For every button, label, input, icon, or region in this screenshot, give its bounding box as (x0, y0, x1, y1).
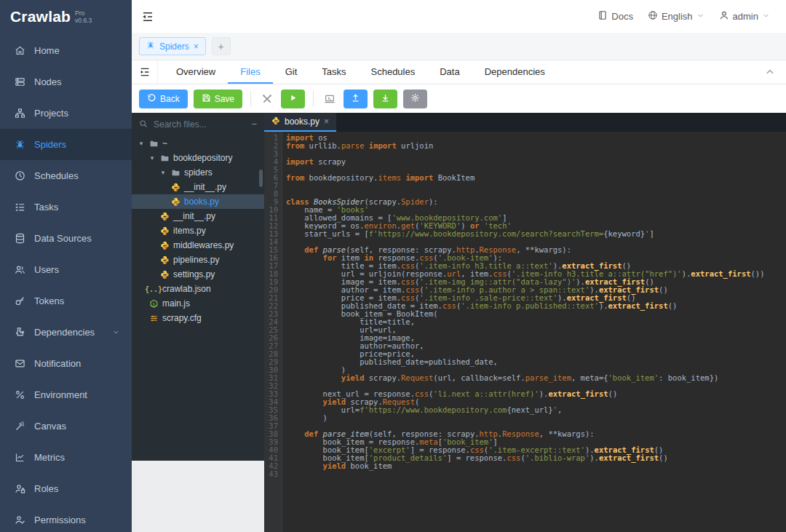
sidebar-item-label: Permissions (34, 515, 86, 525)
tree-item-scrapy-cfg[interactable]: scrapy.cfg (132, 311, 264, 325)
sidebar-item-users[interactable]: Users (0, 254, 132, 285)
upload-icon (351, 93, 360, 105)
sidebar-item-projects[interactable]: Projects (0, 98, 132, 129)
language-selector[interactable]: English (648, 10, 704, 23)
node-icon (148, 298, 159, 309)
user-icon (719, 10, 729, 23)
sidebar-fold-icon[interactable] (140, 9, 156, 25)
tree-item-middlewares-py[interactable]: middlewares.py (132, 238, 264, 253)
tree-item--init-py[interactable]: __init__.py (132, 209, 264, 223)
tree-item-bookdepository[interactable]: ▾bookdepository (132, 151, 264, 165)
collapse-panel-icon[interactable] (754, 60, 786, 84)
tree-item-crawlab-json[interactable]: {..}crawlab.json (132, 282, 264, 296)
tree-item-spiders[interactable]: ▾spiders (132, 165, 264, 180)
section-nav: OverviewFilesGitTasksSchedulesDataDepend… (132, 60, 786, 84)
tab-files[interactable]: Files (228, 60, 272, 84)
editor-tab-label: books.py (285, 116, 319, 127)
main-area: Docs English admin Spiders × (132, 0, 786, 532)
code-line: url=f'https://www.bookdepository.com{nex… (286, 406, 786, 414)
caret-down-icon[interactable]: ▾ (138, 140, 145, 147)
tree-item-label: books.py (184, 196, 219, 207)
code-line: from urllib.parse import urljoin (286, 142, 786, 150)
back-button[interactable]: Back (139, 90, 188, 108)
sidebar-item-canvas[interactable]: Canvas (0, 410, 132, 442)
code-line: yield scrapy.Request(url, callback=self.… (286, 374, 786, 382)
sidebar-item-label: Metrics (34, 452, 65, 463)
download-icon (381, 93, 390, 105)
sidebar-item-label: Tokens (34, 295, 64, 306)
chevron-down-icon (762, 11, 770, 22)
settings-button[interactable] (403, 90, 427, 108)
tree-item-label: ~ (162, 138, 167, 148)
close-icon[interactable]: × (194, 42, 199, 51)
sidebar-item-spiders[interactable]: Spiders (0, 129, 132, 160)
envelope-icon (14, 358, 25, 370)
tree-item-label: items.py (173, 226, 206, 236)
sidebar-item-metrics[interactable]: Metrics (0, 442, 132, 473)
percent-icon (14, 389, 25, 401)
code-line (286, 182, 786, 190)
sidebar-item-permissions[interactable]: Permissions (0, 504, 132, 532)
sidebar-item-tasks[interactable]: Tasks (0, 191, 132, 223)
python-icon (159, 226, 170, 236)
docs-link[interactable]: Docs (598, 10, 633, 23)
sidebar: Crawlab Pro v0.6.3 HomeNodesProjectsSpid… (0, 0, 132, 532)
folder-icon (148, 138, 159, 148)
tree-item-main-js[interactable]: main.js (132, 296, 264, 311)
save-button[interactable]: Save (194, 90, 242, 108)
tree-item-items-py[interactable]: items.py (132, 223, 264, 238)
undo-icon (147, 93, 156, 105)
sitemap-icon (14, 108, 25, 119)
tab-overview[interactable]: Overview (164, 60, 228, 84)
tree-item--init-py[interactable]: __init__.py (132, 180, 264, 194)
add-tab-button[interactable]: + (212, 37, 231, 55)
files-content: − ▾~▾bookdepository▾spiders__init__.pybo… (132, 113, 786, 532)
editor-tab-books-py[interactable]: books.py × (264, 113, 336, 132)
sidebar-item-notification[interactable]: Notification (0, 348, 132, 379)
tree-item--[interactable]: ▾~ (132, 136, 264, 151)
sidebar-item-roles[interactable]: Roles (0, 473, 132, 504)
sidebar-item-schedules[interactable]: Schedules (0, 160, 132, 191)
sidebar-item-home[interactable]: Home (0, 35, 132, 66)
user-menu[interactable]: admin (719, 10, 770, 23)
sidebar-item-dependencies[interactable]: Dependencies (0, 317, 132, 348)
route-tab-spiders[interactable]: Spiders × (139, 37, 206, 55)
sidebar-item-nodes[interactable]: Nodes (0, 66, 132, 98)
tree-item-label: middlewares.py (173, 240, 234, 250)
tree-item-settings-py[interactable]: settings.py (132, 267, 264, 282)
editor-body[interactable]: 1234567891011121314151617181920212223242… (264, 132, 786, 532)
download-button[interactable] (373, 90, 397, 108)
key-icon (14, 295, 25, 307)
caret-down-icon[interactable]: ▾ (148, 154, 156, 162)
tools-icon[interactable] (259, 91, 275, 107)
tab-tasks[interactable]: Tasks (309, 60, 358, 84)
chevron-down-icon (112, 328, 120, 336)
python-icon (170, 182, 180, 192)
run-button[interactable] (281, 90, 305, 108)
tab-schedules[interactable]: Schedules (359, 60, 428, 84)
tree-scrollbar[interactable] (259, 170, 263, 187)
globe-icon (648, 10, 658, 23)
sidebar-item-data-sources[interactable]: Data Sources (0, 223, 132, 254)
sidebar-item-environment[interactable]: Environment (0, 379, 132, 410)
tab-data[interactable]: Data (427, 60, 472, 84)
close-icon[interactable]: × (324, 117, 329, 126)
caret-down-icon[interactable]: ▾ (159, 169, 167, 176)
tab-git[interactable]: Git (273, 60, 310, 84)
panel-fold-icon[interactable] (132, 60, 158, 84)
search-input[interactable] (152, 119, 247, 130)
tab-dependencies[interactable]: Dependencies (472, 60, 557, 84)
save-icon (202, 93, 211, 105)
collapse-all-icon[interactable]: − (251, 119, 257, 129)
code-pane[interactable]: import osfrom urllib.parse import urljoi… (282, 132, 786, 532)
folder-icon (159, 153, 170, 163)
code-editor: books.py × 12345678910111213141516171819… (264, 113, 786, 532)
sidebar-item-tokens[interactable]: Tokens (0, 285, 132, 317)
file-search: − (132, 115, 264, 133)
sidebar-item-label: Tasks (34, 202, 58, 213)
tree-item-books-py[interactable]: books.py (132, 194, 264, 209)
logo-edition: Pro (75, 9, 84, 17)
tree-item-pipelines-py[interactable]: pipelines.py (132, 253, 264, 267)
upload-button[interactable] (344, 90, 368, 108)
console-icon[interactable] (322, 91, 338, 107)
